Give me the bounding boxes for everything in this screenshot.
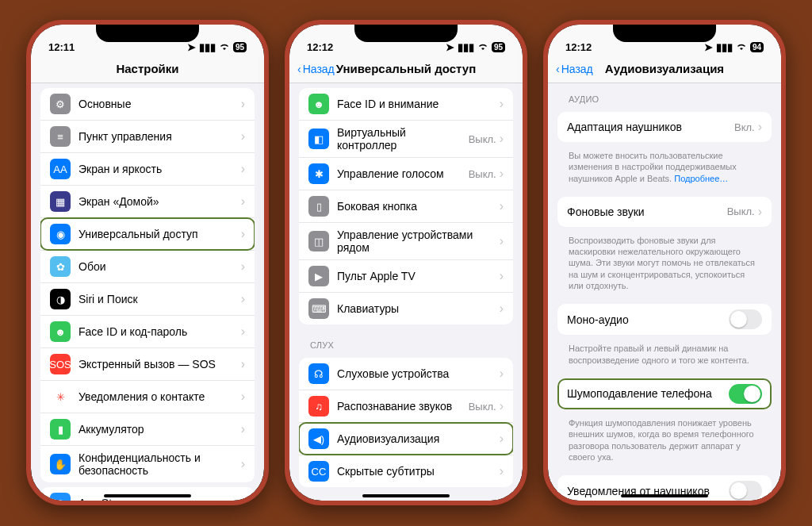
SOS-icon: SOS <box>50 354 71 374</box>
row-скрытые-субтитры[interactable]: CCСкрытые субтитры› <box>299 455 513 487</box>
cellular-icon: ▮▮▮ <box>458 41 474 53</box>
home-indicator[interactable] <box>621 494 708 497</box>
value: Выкл. <box>469 401 496 413</box>
value: Вкл. <box>734 121 755 133</box>
battery-icon: 95 <box>492 42 505 52</box>
link-more[interactable]: Подробнее… <box>674 174 728 183</box>
back-button[interactable]: ‹ Назад <box>556 63 593 75</box>
row-клавиатуры[interactable]: ⌨Клавиатуры› <box>299 293 513 324</box>
notch <box>354 25 458 42</box>
voice-icon: ✱ <box>308 163 329 184</box>
battery-icon: 95 <box>233 42 247 52</box>
row-headphone-adapt[interactable]: Адаптация наушников Вкл. › <box>557 112 772 142</box>
wifi-icon <box>477 41 488 53</box>
label: Универсальный доступ <box>79 228 241 240</box>
value: Выкл. <box>469 133 496 145</box>
row-слуховые-устройства[interactable]: ☊Слуховые устройства› <box>299 358 513 390</box>
toggle-hp-notif[interactable] <box>729 481 762 501</box>
row-конфиденциальность-и-безопасность[interactable]: ✋Конфиденциальность и безопасность› <box>40 446 255 482</box>
A-icon: A <box>50 493 71 501</box>
note-noise: Функция шумоподавления понижает уровень … <box>548 414 781 464</box>
grid-icon: ▦ <box>50 191 71 212</box>
row-пункт-управления[interactable]: ≡Пункт управления› <box>40 121 255 153</box>
battery-icon: 94 <box>750 42 764 52</box>
row-управление-голосом[interactable]: ✱Управление голосомВыкл.› <box>299 158 513 190</box>
face-icon: ☻ <box>50 321 71 342</box>
row-управление-устройствами-рядом[interactable]: ◫Управление устройствами рядом› <box>299 223 513 260</box>
row-экстренный-вызов-sos[interactable]: SOSЭкстренный вызов — SOS› <box>40 348 255 381</box>
accessibility-list[interactable]: ☻Face ID и внимание›◧Виртуальный контрол… <box>289 83 523 501</box>
phone-accessibility: 12:12 ➤ ▮▮▮ 95 ‹ Назад Универсальный дос… <box>285 20 527 505</box>
ctrl-icon: ◧ <box>308 129 329 149</box>
chevron-right-icon: › <box>241 227 245 241</box>
chevron-right-icon: › <box>500 432 504 446</box>
hand-icon: ✋ <box>50 454 71 474</box>
chevron-right-icon: › <box>241 129 245 144</box>
chevron-right-icon: › <box>500 97 504 111</box>
flower-icon: ✿ <box>50 256 71 277</box>
label: Клавиатуры <box>337 302 500 315</box>
toggle-noise[interactable] <box>729 384 762 404</box>
access-icon: ◉ <box>50 224 71 244</box>
chevron-left-icon: ‹ <box>297 63 301 75</box>
label: Слуховые устройства <box>337 367 500 380</box>
row-siri-и-поиск[interactable]: ◑Siri и Поиск› <box>40 283 255 316</box>
wifi-icon <box>736 41 747 53</box>
row-bg-sounds[interactable]: Фоновые звуки Выкл. › <box>557 197 772 227</box>
value: Выкл. <box>469 168 496 180</box>
nav-bar: ‹ Назад Универсальный доступ <box>289 55 523 83</box>
face-icon: ☻ <box>308 94 329 114</box>
label: Моно-аудио <box>567 313 729 326</box>
phone-settings: 12:11 ➤ ▮▮▮ 95 Настройки ⚙Основные›≡Пунк… <box>26 20 269 505</box>
audiovisual-list[interactable]: АУДИО Адаптация наушников Вкл. › Вы може… <box>548 83 781 501</box>
chevron-right-icon: › <box>241 97 245 111</box>
row-аккумулятор[interactable]: ▮Аккумулятор› <box>40 413 255 446</box>
row-экран-и-яркость[interactable]: AAЭкран и яркость› <box>40 153 255 186</box>
row-пульт-apple-tv[interactable]: ▶Пульт Apple TV› <box>299 260 513 293</box>
row-face-id-и-внимание[interactable]: ☻Face ID и внимание› <box>299 88 513 121</box>
status-time: 12:12 <box>565 41 592 53</box>
label: Скрытые субтитры <box>337 465 500 478</box>
AA-icon: AA <box>50 159 71 179</box>
row-уведомления-о-контакте[interactable]: ✳Уведомления о контакте› <box>40 381 255 413</box>
chevron-right-icon: › <box>500 269 504 283</box>
chevron-right-icon: › <box>500 167 504 181</box>
chevron-right-icon: › <box>500 234 504 248</box>
settings-list[interactable]: ⚙Основные›≡Пункт управления›AAЭкран и яр… <box>31 83 264 501</box>
row-распознавание-звуков[interactable]: ♫Распознавание звуковВыкл.› <box>299 390 513 423</box>
label: Конфиденциальность и безопасность <box>79 451 241 477</box>
home-indicator[interactable] <box>104 494 191 497</box>
chevron-right-icon: › <box>500 301 504 316</box>
chevron-right-icon: › <box>241 194 245 209</box>
row-mono-audio[interactable]: Моно-аудио <box>557 304 772 335</box>
status-time: 12:12 <box>307 41 333 53</box>
home-indicator[interactable] <box>362 494 450 497</box>
note-mono: Настройте правый и левый динамик на восп… <box>548 340 781 367</box>
label: Face ID и внимание <box>337 98 500 110</box>
note-headphone: Вы можете вносить пользовательские измен… <box>548 147 781 186</box>
row-универсальный-доступ[interactable]: ◉Универсальный доступ› <box>40 218 255 251</box>
nav-bar: ‹ Назад Аудиовизуализация <box>548 55 781 83</box>
label: Управление устройствами рядом <box>337 228 500 254</box>
kb-icon: ⌨ <box>308 298 329 319</box>
label: Face ID и код-пароль <box>79 325 241 338</box>
label: Уведомления о контакте <box>79 390 241 403</box>
chevron-right-icon: › <box>241 390 245 404</box>
nav-title: Настройки <box>116 62 178 75</box>
chevron-right-icon: › <box>500 132 504 146</box>
row-обои[interactable]: ✿Обои› <box>40 251 255 283</box>
row-экран-домой-[interactable]: ▦Экран «Домой»› <box>40 186 255 218</box>
devs-icon: ◫ <box>308 231 329 251</box>
row-основные[interactable]: ⚙Основные› <box>40 88 255 121</box>
row-noise-cancel[interactable]: Шумоподавление телефона <box>557 378 772 409</box>
row-аудиовизуализация[interactable]: ◀)Аудиовизуализация› <box>299 423 513 455</box>
label: Аккумулятор <box>79 423 241 436</box>
label: Пульт Apple TV <box>337 270 500 282</box>
toggle-mono[interactable] <box>729 309 762 329</box>
back-button[interactable]: ‹ Назад <box>297 63 335 75</box>
ear-icon: ☊ <box>308 363 329 384</box>
row-виртуальный-контроллер[interactable]: ◧Виртуальный контроллерВыкл.› <box>299 121 513 158</box>
notch <box>96 25 199 42</box>
row-face-id-и-код-пароль[interactable]: ☻Face ID и код-пароль› <box>40 316 255 348</box>
row-боковая-кнопка[interactable]: ▯Боковая кнопка› <box>299 190 513 223</box>
